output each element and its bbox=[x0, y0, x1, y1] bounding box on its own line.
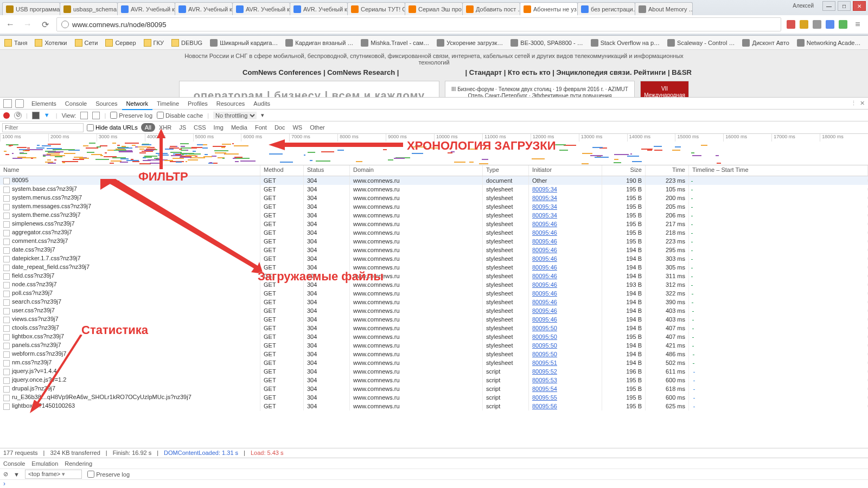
ext-icon[interactable] bbox=[813, 20, 821, 29]
address-bar[interactable]: www.comnews.ru/node/80095 bbox=[56, 17, 781, 31]
table-row[interactable]: system.menus.css?nz39j7GET304www.comnews… bbox=[0, 194, 868, 202]
user-chip[interactable]: Алексей bbox=[793, 3, 814, 9]
ext-icon[interactable] bbox=[787, 20, 795, 29]
devtools-close-icon[interactable]: ✕ bbox=[860, 100, 865, 107]
table-row[interactable]: datepicker.1.7.css?nz39j7GET304www.comne… bbox=[0, 254, 868, 263]
bookmark-item[interactable]: Сервер bbox=[105, 39, 136, 47]
table-row[interactable]: views.css?nz39j7GET304www.comnews.rustyl… bbox=[0, 315, 868, 324]
browser-tab[interactable]: About Memory …× bbox=[635, 2, 693, 15]
table-row[interactable]: system.messages.css?nz39j7GET304www.comn… bbox=[0, 202, 868, 211]
table-row[interactable]: system.base.css?nz39j7GET304www.comnews.… bbox=[0, 185, 868, 194]
table-row[interactable]: poll.css?nz39j7GET304www.comnews.rustyle… bbox=[0, 289, 868, 298]
forward-button[interactable]: → bbox=[22, 18, 34, 30]
bookmark-item[interactable]: Networking Acade… bbox=[797, 39, 861, 47]
filter-type-js[interactable]: JS bbox=[175, 123, 190, 132]
devtools-tab-timeline[interactable]: Timeline bbox=[152, 98, 183, 109]
devtools-tab-elements[interactable]: Elements bbox=[27, 98, 61, 109]
console-preserve-checkbox[interactable]: Preserve log bbox=[87, 471, 130, 478]
filter-type-ws[interactable]: WS bbox=[289, 123, 306, 132]
console-prompt[interactable]: › bbox=[0, 479, 868, 488]
reload-button[interactable]: ⟳ bbox=[39, 18, 51, 30]
browser-tab[interactable]: AVR. Учебный к…× bbox=[290, 2, 348, 15]
filter-icon[interactable]: ▼ bbox=[44, 112, 52, 119]
inspect-icon[interactable] bbox=[3, 99, 12, 108]
table-row[interactable]: drupal.js?nz39j7GET304www.comnews.ruscri… bbox=[0, 384, 868, 393]
browser-tab[interactable]: без регистраци…× bbox=[577, 2, 635, 15]
hide-data-urls-checkbox[interactable]: Hide data URLs bbox=[87, 124, 138, 131]
bookmark-item[interactable]: ГКУ bbox=[144, 39, 164, 47]
browser-tab[interactable]: Сериалы ТУТ! С…× bbox=[347, 2, 405, 15]
table-row[interactable]: user.css?nz39j7GET304www.comnews.rustyle… bbox=[0, 306, 868, 315]
ext-icon[interactable] bbox=[839, 20, 847, 29]
table-row[interactable]: webform.css?nz39j7GET304www.comnews.rust… bbox=[0, 350, 868, 358]
filter-type-other[interactable]: Other bbox=[306, 123, 329, 132]
table-row[interactable]: panels.css?nz39j7GET304www.comnews.rusty… bbox=[0, 341, 868, 350]
bookmark-item[interactable]: DEBUG bbox=[171, 39, 202, 47]
table-row[interactable]: lightbox.css?nz39j7GET304www.comnews.rus… bbox=[0, 332, 868, 341]
devtools-tab-sources[interactable]: Sources bbox=[91, 98, 122, 109]
filter-type-media[interactable]: Media bbox=[227, 123, 251, 132]
table-row[interactable]: aggregator.css?nz39j7GET304www.comnews.r… bbox=[0, 228, 868, 237]
devtools-tab-network[interactable]: Network bbox=[122, 98, 152, 110]
devtools-tab-profiles[interactable]: Profiles bbox=[183, 98, 212, 109]
filter-input[interactable] bbox=[2, 123, 84, 132]
table-row[interactable]: field.css?nz39j7GET304www.comnews.rustyl… bbox=[0, 272, 868, 280]
filter-type-all[interactable]: All bbox=[141, 123, 155, 132]
table-row[interactable]: system.theme.css?nz39j7GET304www.comnews… bbox=[0, 211, 868, 220]
bookmark-item[interactable]: Сети bbox=[75, 39, 98, 47]
browser-tab[interactable]: Абоненты не уз…× bbox=[520, 2, 578, 15]
bookmark-item[interactable]: Кардиган вязаный … bbox=[285, 39, 353, 47]
devtools-more-icon[interactable]: ⋮ bbox=[851, 100, 857, 107]
bookmark-item[interactable]: Scaleway - Control … bbox=[667, 39, 735, 47]
browser-tab[interactable]: AVR. Учебный к…× bbox=[232, 2, 290, 15]
browser-tab[interactable]: Сериал Эш про…× bbox=[405, 2, 463, 15]
filter-type-img[interactable]: Img bbox=[210, 123, 227, 132]
browser-tab[interactable]: AVR. Учебный к…× bbox=[175, 2, 233, 15]
clear-console-icon[interactable]: ⊘ bbox=[3, 471, 8, 478]
clear-button[interactable]: ⊘ bbox=[14, 112, 22, 119]
menu-button[interactable]: ≡ bbox=[852, 18, 864, 30]
table-row[interactable]: node.css?nz39j7GET304www.comnews.rustyle… bbox=[0, 280, 868, 289]
drawer-tab-console[interactable]: Console bbox=[3, 460, 25, 467]
timeline-overview[interactable]: 1000 ms2000 ms3000 ms4000 ms5000 ms6000 … bbox=[0, 134, 868, 165]
table-row[interactable]: ru_E36b38…qH8Vp9ReA6w_SHOLr1kRO7OCyUzIpM… bbox=[0, 393, 868, 402]
browser-tab[interactable]: Добавить пост …× bbox=[462, 2, 520, 15]
table-row[interactable]: jquery.js?v=1.4.4GET304www.comnews.ruscr… bbox=[0, 367, 868, 376]
drawer-tab-rendering[interactable]: Rendering bbox=[65, 460, 92, 467]
preserve-log-checkbox[interactable]: Preserve log bbox=[110, 112, 152, 119]
filter-type-xhr[interactable]: XHR bbox=[155, 123, 175, 132]
bookmark-item[interactable]: BE-3000, SPA8800 - … bbox=[510, 39, 583, 47]
table-header[interactable]: Name Method Status Domain Type Initiator… bbox=[0, 165, 868, 176]
filter-type-doc[interactable]: Doc bbox=[271, 123, 289, 132]
close-button[interactable]: ✕ bbox=[853, 1, 866, 11]
site-nav-left[interactable]: ComNews Conferences | ComNews Research | bbox=[242, 68, 399, 76]
table-row[interactable]: 80095GET304www.comnews.rudocumentOther19… bbox=[0, 176, 868, 185]
bookmark-item[interactable]: Stack Overflow на р… bbox=[591, 39, 660, 47]
bookmark-item[interactable]: Mishka.Travel - сам… bbox=[361, 39, 429, 47]
ext-icon[interactable] bbox=[826, 20, 834, 29]
drawer-tab-emulation[interactable]: Emulation bbox=[31, 460, 58, 467]
overview-icon[interactable] bbox=[92, 112, 100, 119]
devtools-tab-console[interactable]: Console bbox=[61, 98, 91, 109]
ext-icon[interactable] bbox=[800, 20, 808, 29]
browser-tab[interactable]: usbasp_schema…× bbox=[60, 2, 118, 15]
filter-type-font[interactable]: Font bbox=[251, 123, 271, 132]
bookmark-item[interactable]: Ускорение загрузк… bbox=[437, 39, 503, 47]
devtools-tab-audits[interactable]: Audits bbox=[249, 98, 275, 109]
browser-tab[interactable]: USB программа…× bbox=[2, 2, 60, 15]
bookmark-item[interactable]: Дисконт Авто bbox=[742, 39, 789, 47]
screenshot-icon[interactable] bbox=[32, 112, 40, 119]
browser-tab[interactable]: AVR. Учебный к…× bbox=[117, 2, 175, 15]
table-row[interactable]: date_repeat_field.css?nz39j7GET304www.co… bbox=[0, 263, 868, 272]
filter-type-css[interactable]: CSS bbox=[190, 123, 210, 132]
table-row[interactable]: ctools.css?nz39j7GET304www.comnews.rusty… bbox=[0, 324, 868, 332]
back-button[interactable]: ← bbox=[4, 18, 16, 30]
minimize-button[interactable]: — bbox=[822, 1, 835, 11]
site-nav-right[interactable]: | Стандарт | Кто есть кто | Энциклопедия… bbox=[465, 68, 692, 76]
maximize-button[interactable]: □ bbox=[838, 1, 851, 11]
record-button[interactable] bbox=[3, 112, 10, 119]
table-row[interactable]: simplenews.css?nz39j7GET304www.comnews.r… bbox=[0, 220, 868, 228]
large-rows-icon[interactable] bbox=[80, 112, 88, 119]
table-row[interactable]: lightbox.js?1450100263GET304www.comnews.… bbox=[0, 402, 868, 410]
frame-select[interactable]: <top frame> ▾ bbox=[25, 470, 82, 479]
